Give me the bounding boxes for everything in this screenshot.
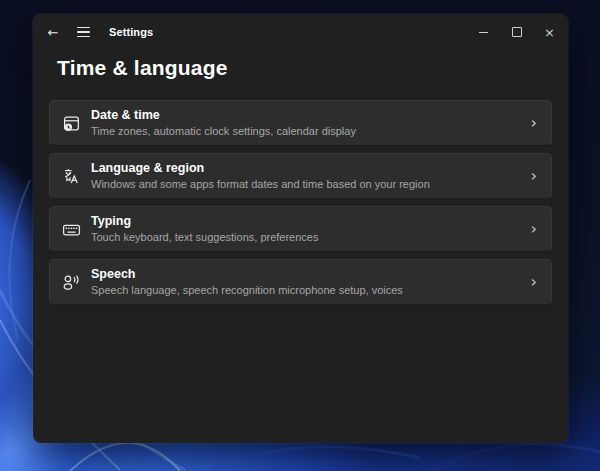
item-title: Date & time xyxy=(91,108,356,123)
item-title: Language & region xyxy=(91,161,430,176)
titlebar: ← Settings × xyxy=(33,14,568,50)
close-icon: × xyxy=(544,26,555,39)
typing-icon xyxy=(62,220,81,239)
settings-list: Date & time Time zones, automatic clock … xyxy=(49,100,552,305)
minimize-button[interactable] xyxy=(467,14,500,50)
chevron-right-icon: › xyxy=(523,274,537,290)
page-title: Time & language xyxy=(57,56,544,80)
item-subtitle: Windows and some apps format dates and t… xyxy=(91,177,430,191)
speech-icon xyxy=(62,273,81,292)
item-title: Typing xyxy=(91,214,318,229)
item-subtitle: Speech language, speech recognition micr… xyxy=(91,283,403,297)
list-item-speech[interactable]: Speech Speech language, speech recogniti… xyxy=(49,259,552,305)
titlebar-left: ← Settings xyxy=(33,20,153,44)
maximize-icon xyxy=(512,27,522,37)
chevron-right-icon: › xyxy=(523,221,537,237)
maximize-button[interactable] xyxy=(500,14,533,50)
app-title: Settings xyxy=(109,26,153,38)
list-item-date-time[interactable]: Date & time Time zones, automatic clock … xyxy=(49,100,552,146)
item-subtitle: Time zones, automatic clock settings, ca… xyxy=(91,124,356,138)
navigation-menu-button[interactable] xyxy=(71,20,95,44)
chevron-right-icon: › xyxy=(523,168,537,184)
minimize-icon xyxy=(479,32,488,33)
list-item-language-region[interactable]: Language & region Windows and some apps … xyxy=(49,153,552,199)
language-region-icon xyxy=(62,167,81,186)
list-item-typing[interactable]: Typing Touch keyboard, text suggestions,… xyxy=(49,206,552,252)
chevron-right-icon: › xyxy=(523,115,537,131)
desktop: { "ui": { "glyphs": { "back": "←", "clos… xyxy=(0,0,600,471)
back-button[interactable]: ← xyxy=(41,20,65,44)
hamburger-menu-icon xyxy=(77,27,90,28)
item-title: Speech xyxy=(91,267,403,282)
settings-window: ← Settings × Time & language xyxy=(33,14,568,443)
page-content: Time & language Date & time Time zones, … xyxy=(33,56,568,305)
close-button[interactable]: × xyxy=(533,14,566,50)
date-time-icon xyxy=(62,114,81,133)
item-subtitle: Touch keyboard, text suggestions, prefer… xyxy=(91,230,318,244)
window-controls: × xyxy=(467,14,568,50)
back-arrow-icon: ← xyxy=(48,25,59,40)
